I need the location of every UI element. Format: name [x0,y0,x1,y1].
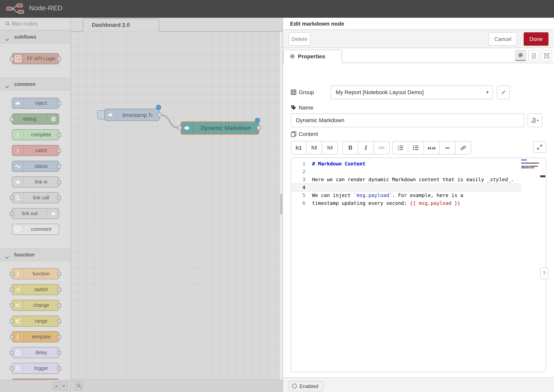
palette-node-switch[interactable]: switch [12,284,59,295]
palette-node-complete[interactable]: !complete [12,129,59,140]
palette-node-trigger[interactable]: trigger [12,363,59,374]
editor-help-button[interactable]: ? [540,267,548,279]
markdown-toolbar: h1 h2 h3 B I </> 1 2 3 [291,141,551,154]
bold-button[interactable]: B [342,141,358,154]
name-type-select-button[interactable]: ▾ [528,113,542,127]
palette-collapse-all-button[interactable] [53,382,60,390]
h1-button[interactable]: h1 [291,141,307,154]
palette-node-template[interactable]: {template [12,331,59,342]
line-number: 2 [291,168,305,176]
edit-group-button[interactable] [497,85,510,99]
horizontal-rule-button[interactable] [440,141,456,154]
group-select[interactable]: My Report [Notebook Layout Demo] ▾ [330,85,493,99]
editor-minimap [521,160,540,169]
cancel-button[interactable]: Cancel [489,32,517,46]
brace-icon: { [12,332,24,342]
node-dynamic-markdown[interactable]: Dynamic Markdown [181,121,259,135]
markdown-code-editor[interactable]: 1# Markdown Content23Here we can render … [291,158,546,372]
palette-node-delay[interactable]: delay [12,347,59,358]
output-port [57,351,61,355]
delete-button[interactable]: Delete [288,32,310,46]
group-select-value: My Report [Notebook Layout Demo] [336,89,424,95]
palette-category-common[interactable]: common [0,78,70,91]
output-port [57,57,61,61]
chevron-down-icon: ▾ [486,86,489,99]
flow-canvas[interactable] [71,32,279,380]
input-port [10,196,14,200]
wave-icon [12,363,24,373]
name-input[interactable]: Dynamic Markdown [291,113,525,127]
ordered-list-button[interactable]: 1 2 3 [393,141,408,154]
palette-node-label: catch [24,148,59,153]
palette-node-catch[interactable]: !catch [12,145,59,156]
minimap-line [521,161,540,162]
input-port [10,335,14,339]
palette-node-link-out[interactable]: link out [12,208,59,219]
hr-icon [445,147,449,148]
blockquote-button[interactable]: ““ [424,141,440,154]
editor-lines: 1# Markdown Content23Here we can render … [291,160,546,207]
palette-sections: subflowsFF API Login commoninjectdebug!c… [0,30,70,380]
unordered-list-icon [413,145,419,150]
h2-button[interactable]: h2 [307,141,322,154]
palette-expand-all-button[interactable] [60,382,67,390]
palette-category-subflows[interactable]: subflows [0,30,70,43]
content-field-label: Content [291,131,318,137]
code-segment: # Markdown Content [312,161,365,167]
palette-category-function[interactable]: function [0,248,70,261]
line-number: 6 [291,199,305,207]
palette-node-FF-API-Login[interactable]: FF API Login [12,53,59,64]
unordered-list-button[interactable] [408,141,424,154]
palette-node-label: trigger [24,366,59,371]
chevron-down-icon [5,254,9,261]
app-title: Node-RED [29,4,63,12]
tab-dashboard[interactable]: Dashboard 2.0 [83,19,159,32]
node-timestamp-label: timestamp ↻ [116,112,159,118]
description-pane-button[interactable] [528,50,540,61]
tray-footer: Enabled [283,378,554,392]
link-button[interactable] [456,141,471,154]
line-number: 5 [291,191,305,199]
h3-button[interactable]: h3 [322,141,338,154]
workspace-scrollbar-thumb[interactable] [280,194,282,214]
link-icon [460,145,466,151]
input-port [10,272,14,276]
palette-filter-placeholder: filter nodes [12,18,38,30]
line-number: 3 [291,176,305,184]
palette-node-status[interactable]: status [12,161,59,172]
output-port [57,335,61,339]
palette-node-inject[interactable]: inject [12,98,59,109]
palette-node-link-call[interactable]: link call [12,192,59,203]
timer-icon [12,348,24,358]
output-port [57,319,61,323]
palette-filter-input[interactable]: filter nodes [0,18,70,30]
properties-pane-button[interactable] [515,50,526,61]
palette-sidebar: filter nodes subflowsFF API Login common… [0,18,71,380]
tab-properties[interactable]: Properties [283,50,342,63]
arrow-icon [47,208,59,219]
node-timestamp[interactable]: timestamp ↻ [105,109,160,121]
palette-node-function[interactable]: ffunction [12,268,59,279]
markdown-output-port[interactable] [257,126,261,130]
palette-node-link-in[interactable]: link in [12,176,59,188]
markdown-node-icon [181,122,193,134]
inject-arrow-icon [105,109,116,120]
palette-node-debug[interactable]: debug [12,113,59,125]
node-enabled-toggle[interactable]: Enabled [288,381,323,391]
timestamp-output-port[interactable] [157,113,161,117]
fx-icon: f [12,269,24,279]
palette-node-range[interactable]: range [12,315,59,327]
workspace-zoom-search-button[interactable] [75,382,83,390]
code-segment: timestamp updating every second: [312,200,410,206]
markdown-input-port[interactable] [177,126,182,130]
done-button[interactable]: Done [524,32,548,46]
expand-editor-button[interactable] [533,141,546,153]
palette-node-label: link call [24,195,59,201]
appearance-pane-button[interactable] [541,50,552,61]
palette-node-change[interactable]: change [12,300,59,311]
code-button[interactable]: </> [374,141,390,154]
palette-node-comment[interactable]: comment [12,224,59,235]
editor-overview-ruler-marker [540,175,545,177]
italic-button[interactable]: I [358,141,374,154]
chevron-down-icon [5,83,9,90]
